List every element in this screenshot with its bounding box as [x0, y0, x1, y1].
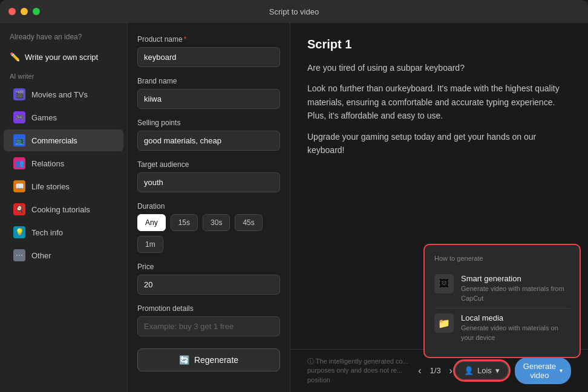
sidebar-tagline: Already have an idea?	[0, 33, 127, 46]
main-content: Already have an idea? ✏️ Write your own …	[0, 23, 588, 392]
lois-avatar-icon: 👤	[464, 366, 474, 375]
regenerate-button[interactable]: 🔄 Regenerate	[137, 348, 280, 371]
duration-any[interactable]: Any	[137, 214, 166, 231]
local-media-text: Local media Generate video with material…	[461, 313, 570, 342]
local-media-icon: 📁	[434, 313, 454, 333]
sidebar-cooking-label: Cooking tutorials	[31, 205, 90, 214]
page-indicator: 1/3	[430, 366, 441, 375]
cooking-icon: 🍳	[13, 203, 25, 215]
script-panel: Script 1 Are you tired of using a subpar…	[290, 23, 588, 392]
price-input[interactable]	[137, 275, 280, 295]
price-field: Price	[137, 263, 280, 295]
life-icon: 📖	[13, 180, 25, 192]
sidebar-life-label: Life stories	[31, 182, 70, 191]
smart-generation-icon: 🖼	[434, 274, 454, 293]
selling-points-field: Selling points	[137, 119, 280, 151]
brand-name-input[interactable]	[137, 89, 280, 109]
promotion-input[interactable]	[137, 316, 280, 336]
local-media-desc: Generate video with materials on your de…	[461, 324, 570, 342]
lois-label: Lois	[477, 366, 492, 375]
sidebar-tech-label: Tech info	[31, 228, 63, 237]
write-script-label: Write your own script	[25, 53, 98, 62]
minimize-button[interactable]	[21, 8, 28, 15]
sidebar-item-relations[interactable]: 👥 Relations	[4, 152, 123, 174]
script-body: Are you tired of using a subpar keyboard…	[307, 61, 571, 157]
sidebar-item-games[interactable]: 🎮 Games	[4, 106, 123, 128]
tech-icon: 💡	[13, 226, 25, 238]
promotion-label: Promotion details	[137, 304, 280, 313]
selling-points-input[interactable]	[137, 131, 280, 151]
duration-options: Any 15s 30s 45s 1m	[137, 214, 280, 253]
sidebar-relations-label: Relations	[31, 159, 64, 168]
sidebar: Already have an idea? ✏️ Write your own …	[0, 23, 127, 392]
duration-45s[interactable]: 45s	[235, 214, 262, 231]
target-audience-label: Target audience	[137, 160, 280, 169]
commercials-icon: 📺	[13, 134, 25, 146]
page-total: 3	[436, 366, 440, 375]
footer-actions: 👤 Lois ▾ Generate video ▾	[455, 358, 571, 384]
generate-chevron-icon: ▾	[560, 367, 563, 374]
script-paragraph-3: Upgrade your gaming setup today and get …	[307, 130, 571, 157]
titlebar: Script to video	[0, 0, 588, 23]
required-indicator: *	[184, 35, 187, 44]
sidebar-item-life[interactable]: 📖 Life stories	[4, 175, 123, 197]
sidebar-item-tech[interactable]: 💡 Tech info	[4, 221, 123, 243]
other-icon: ⋯	[13, 249, 25, 261]
smart-generation-option[interactable]: 🖼 Smart generation Generate video with m…	[434, 269, 570, 308]
selling-points-label: Selling points	[137, 119, 280, 127]
form-panel: Product name* Brand name Selling points …	[127, 23, 290, 392]
disclaimer-text: ⓘ The intelligently generated co... purp…	[307, 357, 416, 385]
brand-name-label: Brand name	[137, 77, 280, 85]
product-name-label: Product name*	[137, 35, 280, 44]
duration-1m[interactable]: 1m	[137, 236, 163, 253]
htg-title: How to generate	[434, 255, 570, 262]
brand-name-field: Brand name	[137, 77, 280, 109]
product-name-field: Product name*	[137, 35, 280, 67]
games-icon: 🎮	[13, 111, 25, 123]
duration-label: Duration	[137, 202, 280, 211]
window-title: Script to video	[269, 7, 319, 16]
sidebar-commercials-label: Commercials	[31, 136, 77, 145]
page-current: 1	[430, 366, 434, 375]
target-audience-input[interactable]	[137, 172, 280, 192]
pencil-icon: ✏️	[10, 52, 20, 62]
window-controls	[8, 8, 40, 15]
relations-icon: 👥	[13, 157, 25, 169]
local-media-option[interactable]: 📁 Local media Generate video with materi…	[434, 308, 570, 347]
sidebar-item-movies[interactable]: 🎬 Movies and TVs	[4, 83, 123, 105]
sidebar-item-other[interactable]: ⋯ Other	[4, 244, 123, 266]
how-to-generate-dropdown: How to generate 🖼 Smart generation Gener…	[423, 244, 581, 358]
generate-video-button[interactable]: Generate video ▾	[515, 358, 571, 384]
duration-field: Duration Any 15s 30s 45s 1m	[137, 202, 280, 253]
promotion-field: Promotion details	[137, 304, 280, 336]
lois-button[interactable]: 👤 Lois ▾	[455, 361, 509, 380]
target-audience-field: Target audience	[137, 160, 280, 192]
script-paragraph-2: Look no further than ourkeyboard. It's m…	[307, 82, 571, 122]
close-button[interactable]	[8, 8, 16, 15]
sidebar-other-label: Other	[31, 251, 51, 260]
script-paragraph-1: Are you tired of using a subpar keyboard…	[307, 61, 571, 74]
smart-generation-label: Smart generation	[461, 274, 570, 283]
sidebar-item-cooking[interactable]: 🍳 Cooking tutorials	[4, 198, 123, 220]
duration-15s[interactable]: 15s	[171, 214, 198, 231]
sidebar-item-commercials[interactable]: 📺 Commercials	[4, 129, 123, 151]
pagination: ‹ 1/3 ›	[416, 364, 455, 377]
script-title: Script 1	[307, 38, 571, 51]
ai-writer-label: AI writer	[0, 68, 127, 82]
sidebar-games-label: Games	[31, 113, 57, 122]
prev-page-button[interactable]: ‹	[416, 364, 423, 377]
movies-icon: 🎬	[13, 88, 25, 100]
local-media-label: Local media	[461, 313, 570, 322]
sidebar-movies-label: Movies and TVs	[31, 90, 88, 99]
product-name-input[interactable]	[137, 47, 280, 67]
lois-chevron-icon: ▾	[495, 366, 500, 375]
generate-label: Generate video	[523, 362, 556, 380]
regenerate-label: Regenerate	[194, 355, 238, 365]
maximize-button[interactable]	[33, 8, 40, 15]
write-script-button[interactable]: ✏️ Write your own script	[0, 47, 127, 67]
smart-generation-desc: Generate video with materials from CapCu…	[461, 284, 570, 303]
smart-generation-text: Smart generation Generate video with mat…	[461, 274, 570, 303]
duration-30s[interactable]: 30s	[203, 214, 230, 231]
next-page-button[interactable]: ›	[447, 364, 455, 377]
regenerate-icon: 🔄	[179, 355, 189, 365]
